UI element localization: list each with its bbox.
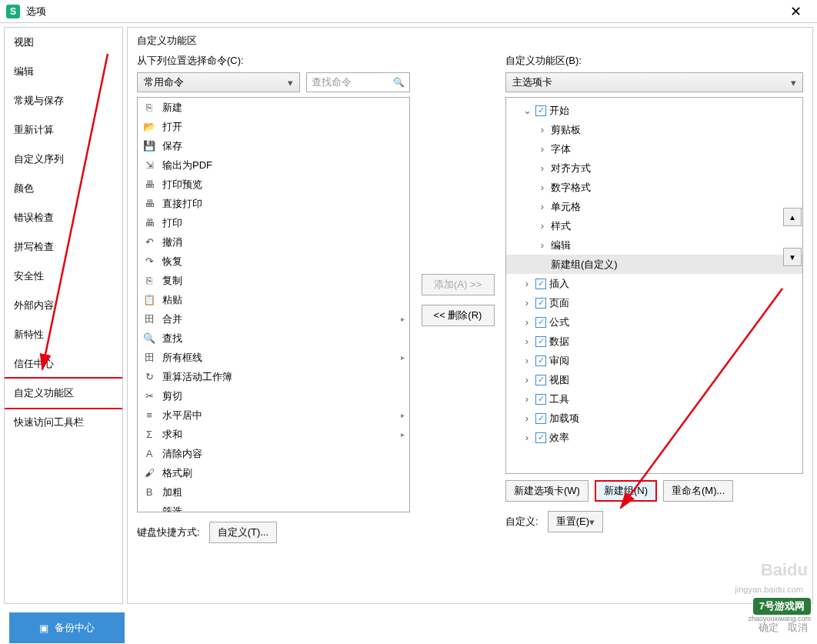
tree-row[interactable]: ›✓插入 [506,274,802,293]
command-item[interactable]: A清除内容 [138,444,409,463]
tree-row[interactable]: ›✓公式 [506,312,802,332]
ribbon-tabs-dropdown[interactable]: 主选项卡 [505,72,803,92]
reset-button[interactable]: 重置(E) [548,511,603,532]
tree-row[interactable]: ›✓审阅 [506,351,802,370]
tree-row[interactable]: ›单元格 [506,197,802,216]
command-item[interactable]: ⎘新建 [138,98,409,117]
new-tab-button[interactable]: 新建选项卡(W) [505,480,589,502]
move-down-button[interactable]: ▼ [783,248,802,266]
remove-button[interactable]: << 删除(R) [422,305,495,326]
sidebar-item-9[interactable]: 外部内容 [5,291,122,320]
checkbox[interactable]: ✓ [535,432,546,443]
sidebar-item-13[interactable]: 快速访问工具栏 [5,408,122,437]
expand-icon[interactable]: › [537,182,548,193]
command-item[interactable]: ↻重算活动工作簿 [138,367,409,386]
backup-button[interactable]: ▣ 备份中心 [9,612,125,643]
tree-row[interactable]: ›数字格式 [506,178,802,197]
command-item[interactable]: ↷恢复 [138,252,409,271]
command-item[interactable]: ✂剪切 [138,386,409,405]
command-item[interactable]: 📂打开 [138,117,409,136]
commands-source-dropdown[interactable]: 常用命令 [137,72,300,92]
checkbox[interactable]: ✓ [535,298,546,309]
customize-kb-button[interactable]: 自定义(T)... [209,522,277,543]
tree-row[interactable]: ›✓效率 [506,428,802,447]
command-item[interactable]: 🖶直接打印 [138,194,409,213]
sidebar-item-5[interactable]: 颜色 [5,174,122,203]
tree-row[interactable]: ›字体 [506,139,802,158]
checkbox[interactable]: ✓ [535,317,546,328]
expand-icon[interactable]: › [537,220,548,232]
ribbon-tree[interactable]: ⌄✓开始›剪贴板›字体›对齐方式›数字格式›单元格›样式›编辑新建组(自定义)›… [505,97,803,474]
sidebar-item-4[interactable]: 自定义序列 [5,145,122,174]
submenu-caret-icon: ▸ [401,411,405,419]
move-up-button[interactable]: ▲ [783,208,802,226]
expand-icon[interactable]: › [537,143,548,155]
sidebar-item-3[interactable]: 重新计算 [5,115,122,145]
checkbox[interactable]: ✓ [535,355,546,366]
expand-icon[interactable]: › [522,335,532,347]
tree-row[interactable]: ›✓数据 [506,332,802,351]
expand-icon[interactable]: › [522,316,532,328]
search-input[interactable]: 查找命令 [306,72,410,92]
checkbox[interactable]: ✓ [535,394,546,405]
command-item[interactable]: 🖶打印预览 [138,175,409,194]
tree-row[interactable]: ›对齐方式 [506,158,802,178]
expand-icon[interactable]: › [537,201,548,212]
command-item[interactable]: 田所有框线▸ [138,348,409,367]
sidebar-item-12[interactable]: 自定义功能区 [4,377,123,409]
tree-row[interactable]: ›样式 [506,216,802,235]
command-item[interactable]: 🔍查找 [138,329,409,348]
expand-icon[interactable]: › [522,432,532,443]
sidebar-item-8[interactable]: 安全性 [5,262,122,291]
commands-listbox[interactable]: ⎘新建📂打开💾保存⇲输出为PDF🖶打印预览🖶直接打印🖶打印↶撤消↷恢复⎘复制📋粘… [137,97,410,512]
tree-row[interactable]: 新建组(自定义) [506,255,802,274]
expand-icon[interactable]: › [537,162,548,174]
checkbox[interactable]: ✓ [535,375,546,385]
sidebar-item-0[interactable]: 视图 [5,28,122,57]
expand-icon[interactable]: ⌄ [522,105,532,116]
expand-icon[interactable]: › [537,239,548,251]
sidebar-item-2[interactable]: 常规与保存 [5,86,122,115]
sidebar-item-10[interactable]: 新特性 [5,320,122,349]
expand-icon[interactable]: › [522,412,532,424]
checkbox[interactable]: ✓ [535,413,546,424]
checkbox[interactable]: ✓ [535,279,546,289]
command-item[interactable]: ⇲输出为PDF [138,155,409,175]
checkbox[interactable]: ✓ [535,105,546,116]
expand-icon[interactable]: › [522,278,532,289]
tree-row[interactable]: ›✓视图 [506,370,802,389]
command-item[interactable]: 田合并▸ [138,309,409,329]
sidebar-item-1[interactable]: 编辑 [5,57,122,86]
rename-button[interactable]: 重命名(M)... [663,480,733,502]
command-item[interactable]: 🖌格式刷 [138,463,409,482]
new-group-button[interactable]: 新建组(N) [595,480,657,502]
command-item[interactable]: 筛选 [138,502,409,512]
expand-icon[interactable]: › [522,355,532,366]
ok-button[interactable]: 确定 [759,621,779,635]
command-item[interactable]: 🖶打印 [138,213,409,232]
expand-icon[interactable]: › [522,374,532,385]
command-item[interactable]: 💾保存 [138,136,409,155]
command-item[interactable]: Σ求和▸ [138,425,409,444]
expand-icon[interactable]: › [522,297,532,309]
close-icon[interactable]: ✕ [780,3,811,20]
cancel-button[interactable]: 取消 [788,621,808,635]
command-item[interactable]: 📋粘贴 [138,290,409,309]
tree-row[interactable]: ›✓加载项 [506,409,802,428]
add-button[interactable]: 添加(A) >> [422,274,495,295]
checkbox[interactable]: ✓ [535,336,546,347]
sidebar-item-7[interactable]: 拼写检查 [5,232,122,262]
command-item[interactable]: B加粗 [138,482,409,502]
sidebar-item-11[interactable]: 信任中心 [5,349,122,379]
sidebar-item-6[interactable]: 错误检查 [5,203,122,232]
command-item[interactable]: ⎘复制 [138,271,409,290]
tree-row[interactable]: ›✓工具 [506,389,802,409]
tree-row[interactable]: ›编辑 [506,235,802,255]
expand-icon[interactable]: › [537,124,548,135]
tree-row[interactable]: ›剪贴板 [506,120,802,139]
tree-row[interactable]: ⌄✓开始 [506,101,802,120]
command-item[interactable]: ↶撤消 [138,232,409,252]
command-item[interactable]: ≡水平居中▸ [138,405,409,425]
expand-icon[interactable]: › [522,393,532,405]
tree-row[interactable]: ›✓页面 [506,293,802,312]
